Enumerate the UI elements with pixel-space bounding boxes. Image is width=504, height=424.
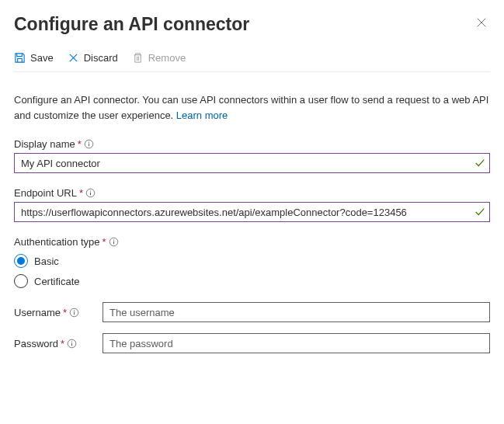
svg-point-9	[71, 341, 72, 342]
info-icon[interactable]	[85, 188, 96, 198]
required-marker: *	[63, 307, 67, 318]
radio-icon	[14, 274, 28, 288]
learn-more-link[interactable]: Learn more	[176, 109, 228, 121]
auth-type-radio-certificate[interactable]: Certificate	[14, 274, 490, 288]
radio-label-certificate: Certificate	[34, 276, 80, 287]
required-marker: *	[103, 236, 106, 248]
username-input[interactable]	[103, 302, 490, 322]
endpoint-url-label: Endpoint URL	[14, 187, 77, 199]
save-label: Save	[30, 52, 54, 64]
display-name-input[interactable]	[14, 153, 490, 173]
username-field: Username *	[14, 302, 490, 322]
display-name-field: Display name *	[14, 138, 490, 173]
info-icon[interactable]	[109, 237, 119, 247]
description: Configure an API connector. You can use …	[14, 92, 490, 123]
endpoint-url-field: Endpoint URL *	[14, 187, 490, 222]
close-button[interactable]	[473, 14, 490, 33]
password-input[interactable]	[103, 333, 490, 353]
radio-label-basic: Basic	[34, 255, 59, 267]
required-marker: *	[78, 138, 82, 150]
svg-point-3	[90, 190, 91, 191]
password-field: Password *	[14, 333, 490, 353]
remove-icon	[132, 52, 144, 64]
auth-type-field: Authentication type * Basic Certificate	[14, 236, 490, 288]
auth-type-label: Authentication type	[14, 236, 100, 248]
remove-button: Remove	[132, 52, 186, 64]
svg-point-1	[89, 141, 89, 142]
toolbar: Save Discard Remove	[14, 52, 490, 72]
check-icon	[474, 158, 485, 169]
password-label: Password	[14, 338, 58, 349]
check-icon	[474, 207, 485, 217]
save-button[interactable]: Save	[14, 52, 54, 64]
username-label: Username	[14, 307, 61, 318]
required-marker: *	[61, 338, 64, 349]
radio-icon	[14, 254, 28, 268]
required-marker: *	[79, 187, 83, 199]
discard-button[interactable]: Discard	[68, 52, 118, 64]
svg-point-7	[74, 310, 75, 311]
info-icon[interactable]	[67, 339, 77, 349]
discard-label: Discard	[84, 52, 118, 64]
remove-label: Remove	[148, 52, 186, 64]
endpoint-url-input[interactable]	[14, 202, 490, 222]
display-name-label: Display name	[14, 138, 75, 150]
close-icon	[476, 19, 487, 30]
save-icon	[14, 52, 26, 64]
page-title: Configure an API connector	[14, 14, 249, 35]
info-icon[interactable]	[84, 139, 94, 149]
discard-icon	[68, 52, 79, 64]
info-icon[interactable]	[69, 308, 79, 318]
auth-type-radio-basic[interactable]: Basic	[14, 254, 490, 268]
description-text: Configure an API connector. You can use …	[14, 94, 488, 121]
svg-point-5	[113, 239, 113, 240]
